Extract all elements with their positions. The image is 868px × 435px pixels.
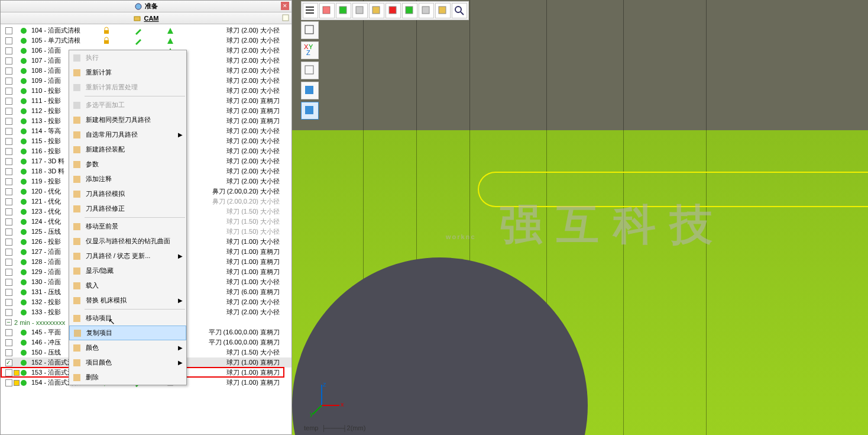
row-status-square	[14, 28, 20, 34]
row-checkbox[interactable]	[5, 78, 12, 85]
row-checkbox[interactable]	[5, 178, 12, 185]
row-status-dot	[21, 209, 27, 215]
row-checkbox[interactable]	[5, 57, 12, 65]
menu-item-note[interactable]: 添加注释	[69, 172, 186, 186]
wireframe-icon[interactable]	[301, 21, 319, 39]
row-checkbox[interactable]	[5, 218, 12, 225]
row-checkbox[interactable]	[5, 279, 12, 286]
view-left-icon[interactable]	[352, 3, 368, 18]
menu-item-copy[interactable]: 复制项目	[69, 326, 186, 340]
menu-item-label: 刀具路径 / 状态 更新...	[86, 252, 150, 260]
row-checkbox[interactable]	[5, 289, 12, 296]
row-checkbox[interactable]	[5, 269, 12, 276]
menu-item-asm[interactable]: 新建路径装配	[69, 142, 186, 157]
operation-row-104[interactable]: 104 - 沿面式清根球刀 (2.00) 大小径	[5, 25, 292, 36]
menu-item-sim[interactable]: 刀具路径模拟	[69, 186, 186, 201]
menu-item-label: 替换 机床模拟	[86, 296, 127, 305]
menu-item-upd[interactable]: 刀具路径 / 状态 更新...▶	[69, 249, 186, 263]
solid-icon[interactable]	[301, 82, 319, 99]
row-checkbox[interactable]	[5, 37, 12, 44]
shade-icon[interactable]	[301, 62, 319, 79]
menu-item-del[interactable]: 删除	[69, 370, 186, 385]
row-checkbox[interactable]	[5, 168, 12, 175]
row-tool-spec: 球刀 (1.00) 直柄刀	[226, 247, 280, 256]
svg-rect-38	[305, 25, 313, 34]
row-tool-spec: 球刀 (2.00) 直柄刀	[226, 117, 280, 125]
row-checkbox[interactable]	[5, 309, 12, 316]
axes-icon[interactable]: XYZ	[301, 41, 319, 59]
row-checkbox[interactable]	[5, 228, 12, 236]
blank-icon	[72, 100, 82, 111]
menu-item-item[interactable]: 移动至前景	[69, 219, 186, 234]
menu-item-eye[interactable]: 显示/隐藏	[69, 263, 186, 278]
row-status-square	[14, 350, 20, 356]
row-label: 105 - 单刀式清根	[31, 36, 102, 45]
menu-item-param[interactable]: 参数	[69, 157, 186, 172]
row-checkbox[interactable]	[5, 158, 12, 165]
note-icon[interactable]	[282, 14, 289, 21]
row-checkbox[interactable]	[5, 118, 12, 125]
menu-item-pcolor[interactable]: 项目颜色▶	[69, 355, 186, 370]
submenu-arrow-icon: ▶	[178, 344, 183, 351]
row-checkbox[interactable]	[5, 88, 12, 95]
menu-item-item[interactable]: 仅显示与路径相关的钻孔曲面	[69, 234, 186, 249]
view-top-icon[interactable]	[386, 3, 401, 18]
view-bottom-icon[interactable]	[402, 3, 417, 18]
row-checkbox[interactable]	[5, 259, 12, 266]
svg-rect-35	[439, 7, 446, 14]
menu-item-label: 显示/隐藏	[86, 266, 114, 275]
menu-item-fav[interactable]: 自选常用刀具路径▶	[69, 127, 186, 142]
row-checkbox[interactable]	[5, 198, 12, 205]
row-tool-spec: 球刀 (2.00) 大小径	[226, 147, 280, 156]
row-checkbox[interactable]	[5, 369, 12, 376]
row-checkbox[interactable]	[5, 239, 12, 246]
row-checkbox[interactable]	[5, 379, 12, 386]
menu-item-load[interactable]: 载入	[69, 278, 186, 293]
menu-item-move[interactable]: 移动项目	[69, 311, 186, 326]
view-back-icon[interactable]	[336, 3, 351, 18]
row-checkbox[interactable]	[5, 299, 12, 306]
menu-button[interactable]	[303, 3, 318, 18]
svg-rect-34	[422, 7, 429, 14]
viewport-3d[interactable]: XYZ worknc强 互 科 技 z x y temp ├────┤2(mm)	[292, 0, 868, 435]
menu-separator	[85, 309, 185, 310]
row-checkbox[interactable]	[5, 349, 12, 356]
row-checkbox[interactable]	[5, 47, 12, 54]
row-checkbox[interactable]	[5, 329, 12, 336]
zoom-icon[interactable]	[452, 3, 467, 18]
row-checkbox[interactable]	[5, 27, 12, 34]
new-icon	[72, 115, 82, 125]
menu-item-label: 移动至前景	[86, 222, 118, 231]
render-icon[interactable]	[301, 102, 319, 120]
view-iso-icon[interactable]	[419, 3, 434, 18]
row-tool-spec: 鼻刀 (2.00,0.20) 大小径	[212, 187, 280, 196]
menu-item-fix[interactable]: 刀具路径修正	[69, 201, 186, 216]
row-checkbox[interactable]	[5, 67, 12, 75]
menu-item-recalc[interactable]: 重新计算	[69, 65, 186, 80]
view-front-icon[interactable]	[319, 3, 335, 18]
svg-rect-26	[73, 374, 80, 381]
view-right-icon[interactable]	[369, 3, 384, 18]
row-checkbox[interactable]	[5, 138, 12, 145]
collapse-icon[interactable]: −	[5, 319, 12, 326]
row-status-square	[14, 118, 20, 124]
row-checkbox[interactable]	[5, 208, 12, 215]
menu-item-mach[interactable]: 替换 机床模拟▶	[69, 293, 186, 308]
row-checkbox[interactable]	[5, 188, 12, 195]
row-checkbox[interactable]	[5, 249, 12, 256]
panel-subtitle: CAM	[144, 15, 158, 22]
row-checkbox[interactable]	[5, 359, 12, 366]
row-tool-spec: 鼻刀 (2.00,0.20) 大小径	[212, 197, 280, 206]
operation-row-105[interactable]: 105 - 单刀式清根球刀 (2.00) 大小径	[5, 36, 292, 46]
row-checkbox[interactable]	[5, 98, 12, 105]
view-fit-icon[interactable]	[435, 3, 451, 18]
row-checkbox[interactable]	[5, 339, 12, 346]
menu-item-new[interactable]: 新建相同类型刀具路径	[69, 112, 186, 127]
row-tool-spec: 球刀 (2.00) 大小径	[226, 86, 280, 95]
svg-rect-4	[104, 40, 109, 44]
menu-item-color[interactable]: 颜色▶	[69, 340, 186, 355]
row-checkbox[interactable]	[5, 148, 12, 155]
row-checkbox[interactable]	[5, 108, 12, 115]
row-checkbox[interactable]	[5, 128, 12, 135]
panel-close-button[interactable]: ✕	[281, 2, 289, 10]
